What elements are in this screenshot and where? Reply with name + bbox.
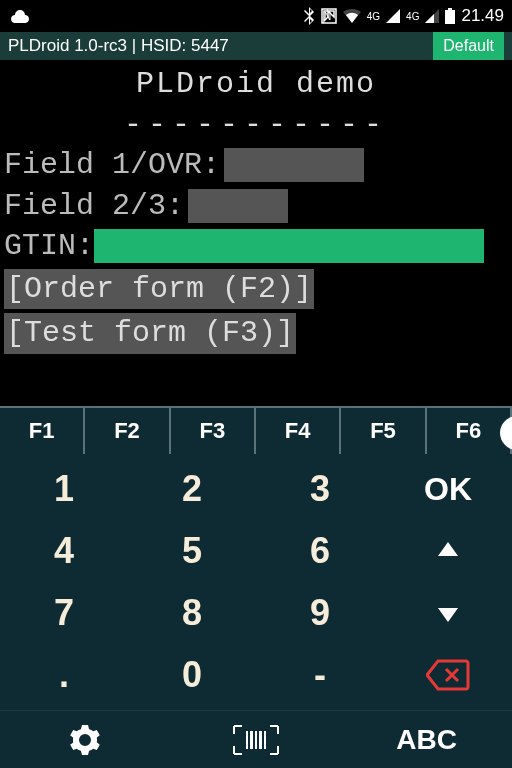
android-status-bar: N 4G 4G 21.49 — [0, 0, 512, 32]
fkey-f4[interactable]: F4 — [256, 408, 341, 454]
barcode-scan-button[interactable] — [171, 724, 342, 756]
key-dash[interactable]: - — [256, 644, 384, 706]
key-2[interactable]: 2 — [128, 458, 256, 520]
terminal-screen[interactable]: PLDroid demo ----------- Field 1/OVR: Fi… — [0, 60, 512, 406]
fkey-f2[interactable]: F2 — [85, 408, 170, 454]
order-form-link[interactable]: [Order form (F2)] — [4, 269, 314, 310]
fkey-f5[interactable]: F5 — [341, 408, 426, 454]
numeric-keypad: 1 2 3 OK 4 5 6 7 8 9 . 0 - — [0, 454, 512, 710]
svg-rect-1 — [448, 8, 452, 10]
fkey-f1[interactable]: F1 — [0, 408, 85, 454]
key-up[interactable] — [384, 520, 512, 582]
key-9[interactable]: 9 — [256, 582, 384, 644]
svg-rect-2 — [445, 10, 455, 24]
key-down[interactable] — [384, 582, 512, 644]
svg-text:N: N — [324, 11, 331, 22]
bluetooth-icon — [303, 7, 315, 25]
key-5[interactable]: 5 — [128, 520, 256, 582]
gtin-input[interactable] — [94, 229, 484, 263]
field2-label: Field 2/3: — [4, 186, 184, 227]
test-form-link[interactable]: [Test form (F3)] — [4, 313, 296, 354]
settings-button[interactable] — [0, 724, 171, 756]
key-4[interactable]: 4 — [0, 520, 128, 582]
nfc-icon: N — [321, 8, 337, 24]
gtin-label: GTIN: — [4, 226, 94, 267]
bottom-toolbar: ABC — [0, 710, 512, 768]
signal-1-label: 4G — [367, 11, 380, 22]
field1-input[interactable] — [224, 148, 364, 182]
svg-rect-3 — [246, 731, 248, 749]
svg-rect-5 — [255, 731, 257, 749]
app-title: PLDroid 1.0-rc3 | HSID: 5447 — [8, 36, 229, 56]
arrow-down-icon — [435, 600, 461, 626]
field1-label: Field 1/OVR: — [4, 145, 220, 186]
svg-rect-4 — [250, 731, 253, 749]
key-0[interactable]: 0 — [128, 644, 256, 706]
cloud-icon — [8, 8, 30, 24]
key-7[interactable]: 7 — [0, 582, 128, 644]
wifi-icon — [343, 9, 361, 23]
barcode-icon — [232, 724, 280, 756]
key-3[interactable]: 3 — [256, 458, 384, 520]
arrow-up-icon — [435, 538, 461, 564]
battery-icon — [445, 8, 455, 24]
key-ok[interactable]: OK — [384, 458, 512, 520]
profile-button[interactable]: Default — [433, 32, 504, 60]
key-1[interactable]: 1 — [0, 458, 128, 520]
signal-2-label: 4G — [406, 11, 419, 22]
svg-rect-7 — [264, 731, 266, 749]
gear-icon — [69, 724, 101, 756]
fkey-f3[interactable]: F3 — [171, 408, 256, 454]
signal-2-icon — [425, 9, 439, 23]
field2-input[interactable] — [188, 189, 288, 223]
key-8[interactable]: 8 — [128, 582, 256, 644]
clock: 21.49 — [461, 6, 504, 26]
key-dot[interactable]: . — [0, 644, 128, 706]
fkey-row: F1 F2 F3 F4 F5 F6 — [0, 406, 512, 454]
key-6[interactable]: 6 — [256, 520, 384, 582]
signal-1-icon — [386, 9, 400, 23]
svg-rect-6 — [259, 731, 262, 749]
app-bar: PLDroid 1.0-rc3 | HSID: 5447 Default — [0, 32, 512, 60]
backspace-icon — [426, 659, 470, 691]
keyboard-mode-button[interactable]: ABC — [341, 724, 512, 756]
terminal-title: PLDroid demo — [0, 64, 512, 105]
terminal-divider: ----------- — [0, 105, 512, 146]
key-backspace[interactable] — [384, 644, 512, 706]
